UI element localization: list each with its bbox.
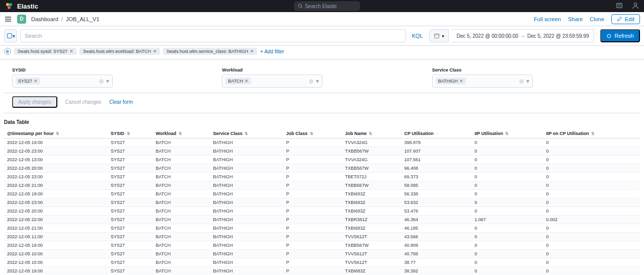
table-cell: BATCH [152, 173, 210, 181]
close-icon[interactable]: ✕ [459, 79, 463, 84]
global-search[interactable]: Search Elastic [294, 2, 360, 11]
table-cell: 0 [471, 147, 543, 156]
filter-pill[interactable]: :beats.host.wlm.workload: BATCH✕ [79, 48, 160, 55]
date-picker-button[interactable]: ▾ [429, 29, 449, 42]
column-header[interactable]: Job Name ⇅ [342, 129, 401, 139]
table-cell: TXBI683Z [342, 267, 401, 276]
table-cell: SYS27 [108, 224, 152, 233]
table-cell: 0 [471, 258, 543, 267]
table-cell: 46.364 [401, 216, 471, 224]
table-cell: 38.77 [401, 258, 471, 267]
table-cell: 0 [543, 198, 640, 207]
control-actions: Apply changes Cancel changes Clear form [4, 93, 640, 113]
clone-link[interactable]: Clone [590, 16, 604, 22]
clear-icon[interactable] [99, 79, 104, 84]
table-cell: 53.476 [401, 207, 471, 216]
svg-point-8 [634, 3, 636, 5]
refresh-icon [606, 33, 612, 39]
user-avatar-icon[interactable] [632, 2, 639, 11]
data-table: @timestamp per hour ⇅SYSID ⇅Workload ⇅Se… [4, 129, 640, 275]
breadcrumb-dashboard[interactable]: Dashboard [31, 16, 58, 22]
control-select[interactable]: BATHIGH ✕▾ [432, 75, 533, 88]
refresh-button[interactable]: Refresh [600, 29, 640, 42]
table-cell: 0 [471, 241, 543, 250]
edit-button[interactable]: Edit [611, 14, 640, 24]
sort-icon: ⇅ [310, 131, 313, 136]
table-cell: BATHIGH [210, 224, 283, 233]
table-title: Data Table [4, 117, 640, 129]
fullscreen-link[interactable]: Full screen [534, 16, 561, 22]
filter-pill[interactable]: :beats.host.wlm.service_class: BATHIGH✕ [163, 48, 257, 55]
control-label: SYSID [12, 67, 212, 73]
select-tag[interactable]: BATCH ✕ [225, 78, 251, 85]
table-cell: SYS27 [108, 258, 152, 267]
sort-icon: ⇅ [591, 131, 595, 136]
control-label: Workload [222, 67, 422, 73]
space-badge[interactable]: D [17, 15, 26, 24]
table-cell: 0 [543, 267, 640, 276]
close-icon[interactable]: ✕ [153, 49, 157, 54]
date-range-display[interactable]: Dec 5, 2022 @ 00:00:00.00 → Dec 5, 2022 … [452, 29, 595, 42]
table-cell: 2022-12-05 20:00 [4, 164, 108, 173]
column-header[interactable]: CP Utilisation ↓ [401, 129, 471, 139]
table-cell: P [283, 216, 342, 224]
table-cell: 0 [543, 224, 640, 233]
apply-changes-button[interactable]: Apply changes [12, 96, 57, 108]
close-icon[interactable]: ✕ [34, 79, 38, 84]
clear-icon[interactable] [308, 79, 314, 84]
table-cell: 96.408 [401, 164, 471, 173]
filter-settings-icon[interactable]: ⊕ [4, 48, 11, 55]
table-cell: BATHIGH [210, 147, 283, 156]
sort-icon: ⇅ [369, 131, 372, 136]
column-header[interactable]: IIP on CP Utilisation ⇅ [543, 129, 640, 139]
search-options-button[interactable]: ▾ [4, 29, 17, 42]
close-icon[interactable]: ✕ [245, 79, 249, 84]
add-filter-link[interactable]: + Add filter [260, 49, 284, 54]
filter-pill[interactable]: :beats.host.sysid: SYS27✕ [14, 48, 76, 55]
nav-bar: D Dashboard / JOB_ALL_V1 Full screen Sha… [0, 12, 644, 26]
column-header[interactable]: @timestamp per hour ⇅ [4, 129, 108, 139]
table-cell: TXBI683Z [342, 207, 401, 216]
svg-rect-5 [617, 3, 622, 8]
table-cell: TXBB567W [342, 164, 401, 173]
menu-icon[interactable] [4, 15, 12, 23]
table-cell: P [283, 224, 342, 233]
select-tag[interactable]: BATHIGH ✕ [436, 78, 466, 85]
table-cell: 0 [543, 147, 640, 156]
table-cell: 2022-12-05 11:00 [4, 233, 108, 241]
table-cell: BATHIGH [210, 164, 283, 173]
close-icon[interactable]: ✕ [69, 49, 73, 54]
svg-point-1 [9, 3, 12, 6]
table-cell: P [283, 139, 342, 147]
table-cell: TVVS612T [342, 233, 401, 241]
control-group: Service ClassBATHIGH ✕▾ [432, 67, 632, 88]
table-cell: 2022-12-05 19:00 [4, 267, 108, 276]
table-cell: TXBI683Z [342, 198, 401, 207]
column-header[interactable]: SYSID ⇅ [108, 129, 152, 139]
table-cell: TXBI683Z [342, 190, 401, 198]
clear-icon[interactable] [519, 79, 524, 84]
close-icon[interactable]: ✕ [250, 49, 254, 54]
table-cell: BATHIGH [210, 198, 283, 207]
sort-icon: ⇅ [127, 131, 130, 136]
table-cell: 0 [471, 156, 543, 164]
table-cell: 0 [471, 267, 543, 276]
query-input[interactable]: Search [20, 29, 406, 42]
control-group: SYSIDSYS27 ✕▾ [12, 67, 212, 88]
kql-toggle[interactable]: KQL [409, 33, 426, 39]
column-header[interactable]: Service Class ⇅ [210, 129, 283, 139]
controls-panel: SYSIDSYS27 ✕▾WorkloadBATCH ✕▾Service Cla… [4, 62, 640, 93]
column-header[interactable]: IIP Utilisation ⇅ [471, 129, 543, 139]
select-tag[interactable]: SYS27 ✕ [16, 78, 40, 85]
news-icon[interactable] [616, 2, 623, 11]
control-select[interactable]: SYS27 ✕▾ [12, 75, 113, 88]
clear-form-link[interactable]: Clear form [109, 99, 133, 105]
table-cell: P [283, 164, 342, 173]
column-header[interactable]: Job Class ⇅ [283, 129, 342, 139]
sort-icon: ⇅ [179, 131, 182, 136]
column-header[interactable]: Workload ⇅ [152, 129, 210, 139]
share-link[interactable]: Share [568, 16, 583, 22]
cancel-changes-link[interactable]: Cancel changes [65, 99, 102, 105]
control-select[interactable]: BATCH ✕▾ [222, 75, 323, 88]
table-cell: TVVS612T [342, 250, 401, 258]
